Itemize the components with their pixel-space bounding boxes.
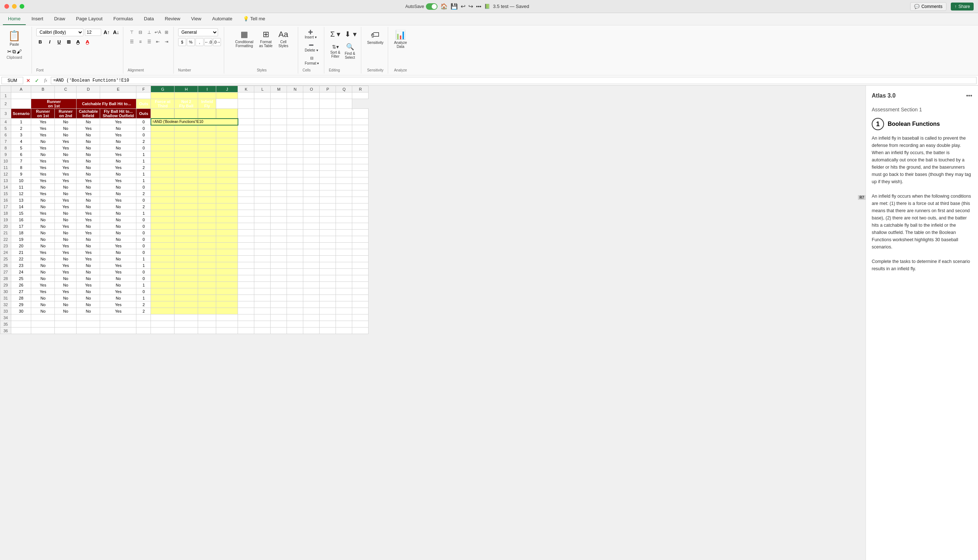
cell-d3[interactable]: CatchableInfield [77,109,100,118]
tab-home[interactable]: Home [3,13,26,25]
side-panel-more-icon[interactable]: ••• [966,92,972,100]
cell-e1[interactable] [100,92,137,99]
col-header-j[interactable]: J [216,86,238,92]
col-header-q[interactable]: Q [336,86,352,92]
cell-o3[interactable] [303,109,320,118]
col-header-b[interactable]: B [31,86,55,92]
percent-button[interactable]: % [187,38,195,46]
col-header-e[interactable]: E [100,86,137,92]
underline-button[interactable]: U [55,38,63,46]
cell-q1[interactable] [336,92,352,99]
sort-filter-button[interactable]: ⇅▾ Sort &Filter [329,42,342,61]
cell-i1[interactable] [198,92,216,99]
sum-button[interactable]: Σ ▾ [329,28,342,40]
tab-formulas[interactable]: Formulas [108,13,138,25]
cell-l3[interactable] [254,109,271,118]
cell-q2[interactable] [320,99,336,109]
name-box[interactable] [2,77,23,84]
cell-o1[interactable] [303,92,320,99]
formula-input[interactable] [51,77,976,84]
cell-j2[interactable]: InfieldFly [198,99,216,109]
cell-f3[interactable]: Outs [137,109,151,118]
font-color-button[interactable]: A̲ [83,38,92,46]
cell-a3[interactable]: Scenario [11,109,31,118]
cell-o2[interactable] [287,99,303,109]
font-grow-button[interactable]: A↑ [103,28,111,36]
format-button[interactable]: ⊟ Format ▾ [303,54,321,67]
align-top-button[interactable]: ⊤ [128,28,136,36]
cell-k3[interactable] [238,109,254,118]
close-button[interactable] [4,4,9,9]
col-header-h[interactable]: H [175,86,198,92]
cell-m3[interactable] [271,109,287,118]
align-right-button[interactable]: ☰ [145,38,153,46]
share-button[interactable]: ↑ Share [951,3,974,10]
col-header-r[interactable]: R [352,86,368,92]
autosave-toggle[interactable] [426,3,438,10]
format-as-table-button[interactable]: ⊞ Formatas Table [258,28,274,49]
undo-icon[interactable]: ↩ [461,3,465,10]
col-header-i[interactable]: I [198,86,216,92]
cell-q3[interactable] [336,109,352,118]
cell-h1[interactable] [175,92,198,99]
comma-button[interactable]: , [195,38,203,46]
maximize-button[interactable] [20,4,24,9]
cancel-formula-button[interactable]: ✕ [25,77,32,84]
cell-m1[interactable] [271,92,287,99]
cell-c1[interactable] [55,92,77,99]
decrease-indent-button[interactable]: ⇤ [154,38,162,46]
cell-h2[interactable]: Force atThird [151,99,175,109]
align-center-button[interactable]: ≡ [137,38,144,46]
cell-g3[interactable] [151,109,175,118]
cell-g1[interactable] [151,92,175,99]
cell-m2[interactable] [254,99,271,109]
font-size-input[interactable] [85,28,101,36]
cell-p1[interactable] [320,92,336,99]
cell-j1[interactable] [216,92,238,99]
conditional-formatting-button[interactable]: ▦ ConditionalFormatting [233,28,255,49]
cell-a1[interactable] [11,92,31,99]
more-icon[interactable]: ••• [476,3,482,10]
increase-indent-button[interactable]: ⇥ [163,38,170,46]
number-format-selector[interactable]: General Number Currency Percentage [178,28,218,36]
increase-decimal-button[interactable]: .0→ [213,38,221,46]
cell-c3[interactable]: Runneron 2nd [55,109,77,118]
cell-a2[interactable] [11,99,31,109]
cell-b1[interactable] [31,92,55,99]
cell-b3[interactable]: Runneron 1st [31,109,55,118]
col-header-p[interactable]: P [320,86,336,92]
currency-button[interactable]: $ [178,38,186,46]
decrease-decimal-button[interactable]: ←.0 [204,38,212,46]
cell-d1[interactable] [77,92,100,99]
cell-n1[interactable] [287,92,303,99]
cell-l1[interactable] [254,92,271,99]
cell-b2[interactable]: Runneron 1st [31,99,77,109]
tab-insert[interactable]: Insert [27,13,48,25]
cell-i3[interactable] [198,109,216,118]
tab-automate[interactable]: Automate [207,13,238,25]
copy-icon[interactable]: ⧉ [12,48,16,55]
tab-review[interactable]: Review [160,13,185,25]
cell-e2[interactable]: Catchable Fly Ball Hit to... [77,99,137,109]
merge-button[interactable]: ⊞ [163,28,170,36]
align-left-button[interactable]: ☰ [128,38,136,46]
cell-k1[interactable] [238,92,254,99]
sensitivity-button[interactable]: 🏷 Sensitivity [366,28,385,46]
cell-l2[interactable] [238,99,254,109]
minimize-button[interactable] [12,4,17,9]
wrap-text-button[interactable]: ↵A [154,28,162,36]
comments-button[interactable]: 💬 Comments [910,2,946,11]
cell-r2[interactable] [336,99,352,109]
cell-g2[interactable]: Outs [137,99,151,109]
tab-page-layout[interactable]: Page Layout [71,13,108,25]
tab-data[interactable]: Data [139,13,159,25]
tab-draw[interactable]: Draw [49,13,70,25]
font-shrink-button[interactable]: A↓ [112,28,120,36]
insert-button[interactable]: ➕ Insert ▾ [303,28,319,41]
col-header-k[interactable]: K [238,86,254,92]
col-header-o[interactable]: O [303,86,320,92]
confirm-formula-button[interactable]: ✓ [33,77,41,84]
bold-button[interactable]: B [36,38,44,46]
col-header-c[interactable]: C [55,86,77,92]
fill-button[interactable]: ⬇ ▾ [343,28,358,40]
